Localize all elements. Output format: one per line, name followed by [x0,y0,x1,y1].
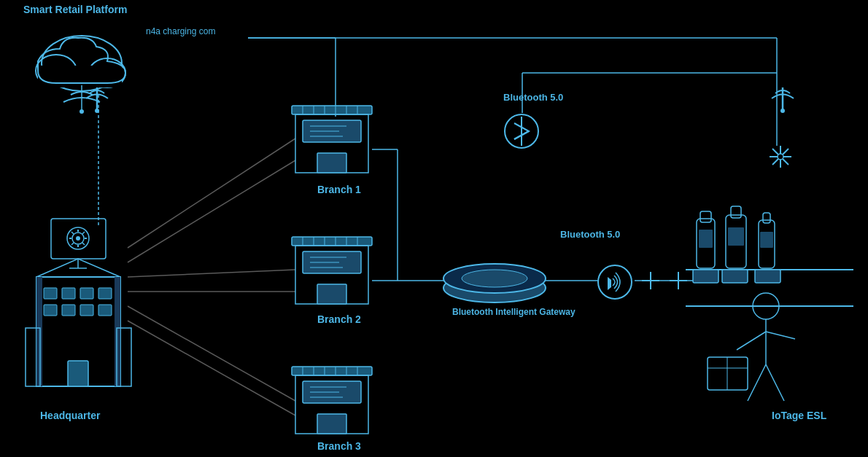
gateway-dish [443,264,546,302]
iotage-label: IoTage ESL [772,410,827,421]
svg-rect-23 [38,66,122,87]
svg-rect-46 [44,305,57,316]
svg-rect-81 [292,367,372,375]
svg-rect-93 [317,414,346,434]
svg-rect-50 [68,361,88,386]
svg-rect-51 [36,277,42,386]
svg-point-133 [95,109,99,113]
svg-rect-49 [98,305,112,316]
cloud-label: Smart Retail Platform [23,4,127,15]
branch1-label: Branch 1 [317,184,361,195]
svg-rect-52 [115,277,120,386]
svg-rect-48 [80,305,93,316]
svg-rect-43 [62,288,75,299]
headquarter-label: Headquarter [40,410,101,421]
svg-rect-67 [317,153,346,173]
bluetooth5-mid-label: Bluetooth 5.0 [560,229,620,240]
svg-rect-114 [760,232,773,248]
svg-point-29 [76,236,80,241]
svg-point-135 [780,109,785,113]
svg-rect-108 [699,230,713,248]
gateway-label: Bluetooth Intelligent Gateway [452,307,576,317]
svg-rect-45 [98,288,112,299]
charging-label: n4a charging com [146,26,215,36]
svg-point-131 [778,154,783,160]
svg-rect-117 [755,270,780,283]
svg-rect-42 [44,288,57,299]
branch2-label: Branch 2 [317,313,361,325]
svg-rect-116 [722,270,748,283]
svg-rect-47 [62,305,75,316]
svg-rect-44 [80,288,93,299]
diagram-container: Smart Retail Platform n4a charging com B… [0,0,868,457]
svg-rect-68 [292,237,372,246]
svg-rect-80 [317,284,346,304]
svg-rect-111 [728,227,744,246]
svg-rect-55 [292,106,372,114]
snowflake-icon [770,146,791,168]
branch3-label: Branch 3 [317,440,361,452]
svg-rect-115 [693,270,718,283]
svg-point-98 [462,270,527,287]
svg-point-25 [80,109,84,114]
bluetooth5-top-label: Bluetooth 5.0 [503,92,563,103]
